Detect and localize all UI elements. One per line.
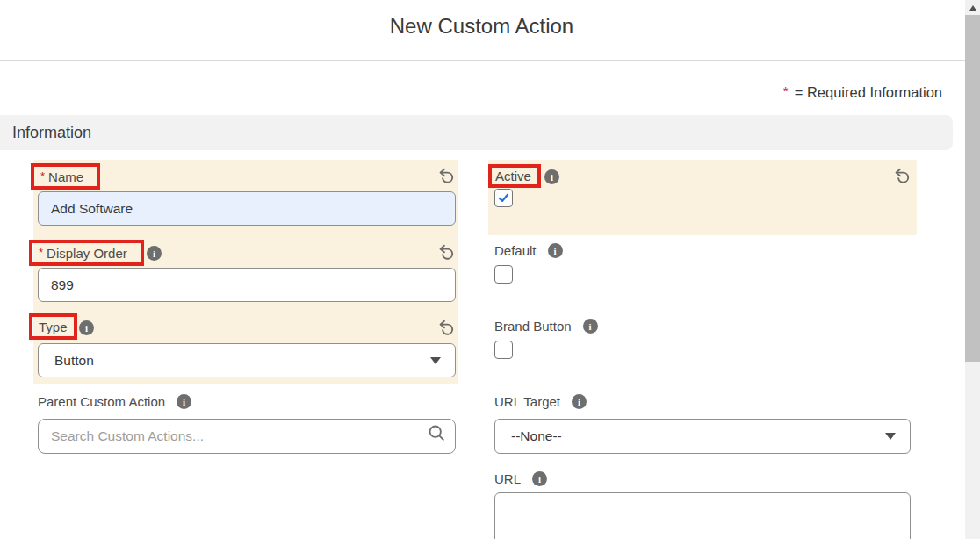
name-input[interactable] bbox=[38, 191, 456, 226]
display-order-required-asterisk: * bbox=[39, 246, 43, 259]
info-icon[interactable]: i bbox=[177, 394, 191, 409]
info-icon[interactable]: i bbox=[572, 394, 587, 409]
annotation-box-name: *Name bbox=[31, 163, 100, 190]
undo-icon[interactable] bbox=[892, 167, 911, 188]
header-divider bbox=[0, 60, 965, 61]
page-title: New Custom Action bbox=[0, 14, 963, 39]
display-order-input[interactable] bbox=[38, 268, 456, 302]
info-icon[interactable]: i bbox=[548, 243, 563, 258]
parent-custom-action-search-input[interactable] bbox=[38, 419, 456, 454]
annotation-box-type: Type bbox=[29, 313, 77, 340]
type-select-value: Button bbox=[54, 353, 94, 369]
info-icon[interactable]: i bbox=[544, 169, 559, 184]
search-icon[interactable] bbox=[427, 423, 447, 447]
active-checkbox[interactable] bbox=[494, 189, 513, 207]
undo-icon[interactable] bbox=[436, 319, 455, 340]
url-target-select[interactable]: --None-- bbox=[494, 419, 911, 454]
undo-icon[interactable] bbox=[436, 243, 455, 264]
scroll-up-button[interactable] bbox=[965, 0, 980, 15]
vertical-scrollbar[interactable] bbox=[965, 0, 980, 539]
chevron-down-icon bbox=[885, 433, 896, 440]
type-label: Type bbox=[39, 320, 68, 334]
type-select[interactable]: Button bbox=[38, 343, 456, 377]
section-header-information: Information bbox=[0, 115, 953, 150]
required-note-text: = Required Information bbox=[795, 84, 942, 100]
url-target-select-value: --None-- bbox=[511, 428, 562, 444]
section-title: Information bbox=[12, 124, 91, 142]
brand-button-label: Brand Button i bbox=[494, 319, 598, 334]
required-asterisk: * bbox=[783, 83, 789, 98]
url-target-label: URL Target i bbox=[494, 394, 587, 409]
scroll-up-icon bbox=[969, 5, 976, 11]
info-icon[interactable]: i bbox=[79, 320, 94, 335]
annotation-box-active: Active bbox=[488, 164, 541, 188]
name-label: *Name bbox=[40, 169, 83, 184]
brand-button-checkbox[interactable] bbox=[494, 341, 513, 359]
url-input[interactable] bbox=[494, 492, 911, 539]
default-checkbox[interactable] bbox=[494, 265, 513, 284]
scrollbar-thumb[interactable] bbox=[965, 15, 980, 362]
info-icon[interactable]: i bbox=[147, 246, 162, 261]
display-order-label: *Display Order bbox=[39, 246, 127, 261]
name-required-asterisk: * bbox=[40, 169, 45, 183]
url-label: URL i bbox=[494, 471, 547, 486]
undo-icon[interactable] bbox=[436, 167, 455, 188]
annotation-box-display-order: *Display Order bbox=[29, 240, 144, 266]
active-label: Active bbox=[495, 169, 531, 183]
default-label: Default i bbox=[494, 243, 563, 258]
required-note: *= Required Information bbox=[783, 84, 942, 101]
info-icon[interactable]: i bbox=[583, 319, 598, 334]
chevron-down-icon bbox=[430, 357, 441, 364]
info-icon[interactable]: i bbox=[532, 471, 547, 486]
parent-custom-action-label: Parent Custom Action i bbox=[38, 394, 191, 409]
